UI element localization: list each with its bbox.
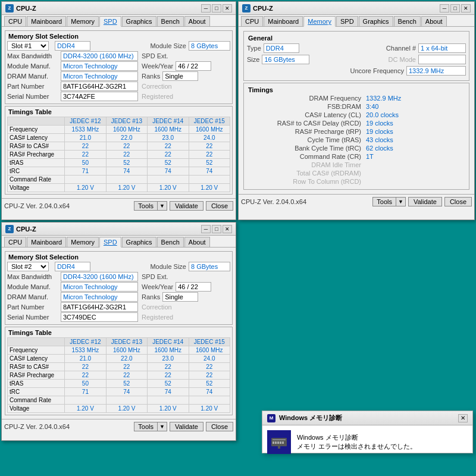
maximize-btn[interactable]: □	[212, 4, 221, 12]
windows-memory-notification: M Windows メモリ診断 ✕ Windows メモリ診断 メモリ エラーは…	[262, 411, 473, 453]
notif-close-btn[interactable]: ✕	[458, 414, 468, 422]
footer-spd1: CPU-Z Ver. 2.04.0.x64 Tools ▼ Validate C…	[2, 198, 236, 212]
version-label: CPU-Z Ver. 2.04.0.x64	[4, 423, 70, 430]
timing-table-row: tRC71747474	[8, 167, 230, 176]
tab-mainboard[interactable]: Mainboard	[264, 16, 303, 26]
close-btn[interactable]: Close	[206, 201, 233, 211]
slot-dropdown[interactable]: Slot #2	[7, 262, 49, 271]
timing-table-row: Command Rate	[8, 396, 230, 405]
cpuz-window-memory: Z CPU-Z ─ □ ✕ CPU Mainboard Memory SPD G…	[238, 1, 475, 220]
validate-btn[interactable]: Validate	[170, 201, 203, 211]
slot-type: DDR4	[55, 41, 90, 51]
footer-spd2: CPU-Z Ver. 2.04.0.x64 Tools ▼ Validate C…	[2, 419, 236, 433]
minimize-btn[interactable]: ─	[440, 4, 449, 12]
tab-about[interactable]: About	[184, 16, 210, 26]
version-label: CPU-Z Ver. 2.04.0.x64	[241, 198, 306, 205]
timing-cell: 74	[106, 167, 147, 176]
tab-cpu[interactable]: CPU	[241, 16, 263, 26]
timing-cell: 22	[189, 142, 230, 151]
tab-cpu[interactable]: CPU	[4, 237, 26, 247]
serial-label: Serial Number	[7, 314, 61, 321]
timing-cell	[189, 176, 230, 184]
timing-cell	[189, 396, 230, 405]
timing-cell: 22	[65, 142, 106, 151]
close-btn[interactable]: Close	[444, 197, 472, 206]
timing-cell: 21.0	[65, 355, 106, 363]
part-number-label: Part Number	[7, 303, 61, 311]
svg-rect-4	[277, 441, 279, 444]
maximize-btn[interactable]: □	[450, 4, 460, 12]
close-btn[interactable]: Close	[206, 422, 233, 431]
timing-table-row: Voltage1.20 V1.20 V1.20 V1.20 V	[8, 405, 230, 413]
fsb-value: 3:40	[366, 103, 414, 110]
notif-main-title: Windows メモリ診断	[297, 433, 416, 442]
tools-arrow[interactable]: ▼	[157, 422, 167, 431]
tab-mainboard[interactable]: Mainboard	[27, 237, 66, 247]
close-btn[interactable]: ✕	[461, 4, 471, 12]
minimize-btn[interactable]: ─	[201, 4, 211, 12]
tab-memory[interactable]: Memory	[67, 16, 99, 26]
timing-cell: 24.0	[189, 355, 230, 363]
fsb-row: FSB:DRAM 3:40	[247, 103, 466, 110]
tools-btn[interactable]: Tools	[134, 422, 157, 431]
tab-bench[interactable]: Bench	[157, 16, 184, 26]
tools-group: Tools ▼	[134, 201, 167, 211]
tab-graphics[interactable]: Graphics	[122, 16, 156, 26]
tab-bench[interactable]: Bench	[157, 237, 184, 247]
tab-spd[interactable]: SPD	[99, 237, 121, 248]
validate-btn[interactable]: Validate	[408, 197, 442, 206]
tab-graphics[interactable]: Graphics	[359, 16, 393, 26]
timing-cell: 52	[106, 159, 147, 167]
tab-memory[interactable]: Memory	[303, 16, 336, 27]
close-btn[interactable]: ✕	[223, 4, 232, 12]
week-year-value: 46 / 22	[176, 282, 211, 292]
timing-title: Timings Table	[7, 108, 230, 115]
timing-cell: 23.0	[148, 355, 189, 363]
tab-mainboard[interactable]: Mainboard	[27, 16, 66, 26]
window-title: CPU-Z	[16, 226, 36, 233]
tab-cpu[interactable]: CPU	[4, 16, 26, 26]
tab-memory[interactable]: Memory	[67, 237, 99, 247]
ras-cas-row: RAS# to CAS# Delay (tRCD) 19 clocks	[247, 120, 466, 127]
serial-row: Serial Number 3C749DEC Registered	[7, 312, 230, 322]
close-btn[interactable]: ✕	[223, 225, 232, 233]
dram-freq-row: DRAM Frequency 1332.9 MHz	[247, 95, 466, 102]
slot-dropdown[interactable]: Slot #1	[7, 41, 49, 51]
bandwidth-label: Max Bandwidth	[7, 273, 61, 280]
timing-cell: 74	[189, 167, 230, 176]
ram-icon-svg	[270, 433, 288, 451]
row-col-label: Row To Column (tRCD)	[247, 178, 366, 185]
timing-cell: 1.20 V	[106, 184, 147, 192]
window-controls: ─ □ ✕	[201, 4, 232, 12]
registered-label: Registered	[142, 314, 173, 321]
tab-bench[interactable]: Bench	[394, 16, 421, 26]
minimize-btn[interactable]: ─	[201, 225, 211, 233]
timing-row-label: tRAS	[8, 380, 65, 388]
timing-row-label: Voltage	[8, 405, 65, 413]
bank-row: Bank Cycle Time (tRC) 62 clocks	[247, 145, 466, 152]
tab-graphics[interactable]: Graphics	[122, 237, 156, 247]
cas-row: CAS# Latency (CL) 20.0 clocks	[247, 111, 466, 118]
tools-arrow[interactable]: ▼	[396, 197, 406, 206]
tools-btn[interactable]: Tools	[134, 201, 157, 211]
tab-spd[interactable]: SPD	[99, 16, 121, 27]
serial-value: 3C74A2FE	[61, 92, 138, 101]
svg-rect-3	[275, 441, 277, 444]
timing-cell: 74	[106, 388, 147, 396]
footer-memory: CPU-Z Ver. 2.04.0.x64 Tools ▼ Validate C…	[239, 194, 474, 208]
cpuz-icon: Z	[5, 4, 14, 12]
timing-cell: 1533 MHz	[65, 126, 106, 134]
ras-cas-value: 19 clocks	[366, 120, 414, 127]
tab-about[interactable]: About	[184, 237, 210, 247]
tools-btn[interactable]: Tools	[372, 197, 396, 206]
tab-spd[interactable]: SPD	[336, 16, 358, 26]
cpuz-icon: Z	[242, 4, 250, 12]
timing-row-label: tRC	[8, 388, 65, 396]
module-size-value: 8 GBytes	[189, 262, 230, 271]
svg-rect-6	[282, 441, 284, 444]
maximize-btn[interactable]: □	[212, 225, 221, 233]
tab-about[interactable]: About	[421, 16, 447, 26]
timing-cell: 1.20 V	[148, 405, 189, 413]
validate-btn[interactable]: Validate	[170, 422, 203, 431]
tools-arrow[interactable]: ▼	[157, 201, 167, 211]
